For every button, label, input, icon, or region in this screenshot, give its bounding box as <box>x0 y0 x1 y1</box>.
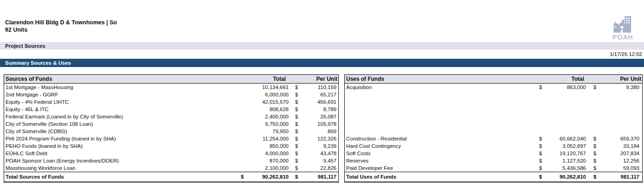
total-value: 863,000 <box>542 84 586 90</box>
sources-total-per-unit-cell: $ 981,117 <box>291 174 338 180</box>
uses-total-row: Total Uses of Funds $ 90,262,810 $ 981,1… <box>345 172 642 181</box>
project-title-block: Clarendon Hill Bldg D & Townhomes | So 9… <box>5 19 123 34</box>
table-row <box>345 91 642 98</box>
per-unit-value: 59,093 <box>596 165 639 171</box>
per-unit-value: 105,978 <box>298 121 337 127</box>
row-per-unit-cell: $ 9,380 <box>590 84 642 90</box>
table-row: Federal Earmark (Loaned in by City of So… <box>4 113 338 120</box>
row-total-cell: $ 863,000 <box>535 84 590 90</box>
sources-of-funds-table: Sources of Funds Total Per Unit 1st Mort… <box>4 74 339 183</box>
per-unit-value: 8,789 <box>298 106 337 112</box>
row-per-unit-cell: $ 207,834 <box>590 150 642 157</box>
row-per-unit-cell: $ 59,093 <box>590 165 642 171</box>
table-row: Paid Developer Fee $ 5,436,586 $ 59,093 <box>345 164 642 172</box>
total-value: 5,436,586 <box>542 165 586 171</box>
row-total-cell: $ 60,662,040 <box>535 135 590 142</box>
per-unit-value: 110,159 <box>298 84 337 90</box>
uses-header-per-unit: Per Unit <box>593 76 641 82</box>
tables-container: Sources of Funds Total Per Unit 1st Mort… <box>4 74 643 183</box>
per-unit-value: 43,478 <box>298 150 337 157</box>
row-total-cell: 870,000 <box>237 157 291 164</box>
uses-header-total: Total <box>539 76 584 82</box>
total-value: 2,400,000 <box>241 113 289 120</box>
table-row: 2nd Mortgage - GGRF 6,000,000 $ 65,217 <box>4 91 338 98</box>
per-unit-value: 659,370 <box>596 135 639 142</box>
row-total-cell: 808,628 <box>237 106 291 112</box>
row-label: PEHO Funds (loaned in by SHA) <box>4 143 237 149</box>
per-unit-value: 122,326 <box>298 135 337 142</box>
table-row: PHI 2024 Program Funding (loaned in by S… <box>4 135 338 142</box>
row-per-unit-cell: $ 26,087 <box>291 113 338 120</box>
row-per-unit-cell: $ 65,217 <box>291 91 338 98</box>
total-value: 9,750,000 <box>241 121 289 127</box>
row-label: PHI 2024 Program Funding (loaned in by S… <box>4 135 237 142</box>
row-per-unit-cell: $ 9,239 <box>291 143 338 149</box>
summary-sources-uses-bar-label: Summary Sources & Uses <box>5 60 71 66</box>
row-per-unit-cell: $ 122,326 <box>291 135 338 142</box>
row-total-cell: 11,254,000 <box>237 135 291 142</box>
sources-total-label: Total Sources of Funds <box>4 174 237 180</box>
per-unit-value: 981,117 <box>298 174 337 180</box>
row-label: Federal Earmark (Loaned in by City of So… <box>4 113 237 120</box>
row-label: Soft Costs <box>345 150 535 157</box>
total-value: 19,120,767 <box>542 150 586 157</box>
per-unit-value: 33,184 <box>596 143 639 149</box>
row-total-cell: 42,015,570 <box>237 99 291 105</box>
table-row <box>345 128 642 135</box>
table-row: City of Somerville (CDBG) 79,950 $ 869 <box>4 128 338 135</box>
per-unit-value: 22,826 <box>298 165 337 171</box>
buildings-icon <box>609 15 636 34</box>
total-value: 1,127,520 <box>542 157 586 164</box>
row-total-cell: $ 19,120,767 <box>535 150 590 157</box>
units-count: 92 Units <box>5 26 123 34</box>
per-unit-value: 12,256 <box>596 157 639 164</box>
total-value: 11,254,000 <box>241 135 289 142</box>
row-total-cell: $ 3,052,897 <box>535 143 590 149</box>
project-sources-bar: Project Sources <box>0 42 644 50</box>
sources-header-per-unit: Per Unit <box>295 76 337 82</box>
row-label: Acquisition <box>345 84 535 90</box>
row-total-cell: 9,750,000 <box>237 121 291 127</box>
total-value: 808,628 <box>241 106 289 112</box>
table-row: City of Somerville (Section 108 Loan) 9,… <box>4 120 338 128</box>
total-value: 850,000 <box>241 143 289 149</box>
row-total-cell: 6,000,000 <box>237 91 291 98</box>
total-value: 90,262,810 <box>542 174 586 180</box>
poah-logo: POAH <box>609 15 636 40</box>
table-row <box>345 106 642 113</box>
row-total-cell: $ 5,436,586 <box>535 165 590 171</box>
sources-table-header-row: Sources of Funds Total Per Unit <box>4 75 338 84</box>
per-unit-value: 869 <box>298 128 337 135</box>
row-per-unit-cell: $ 869 <box>291 128 338 135</box>
summary-sources-uses-bar: Summary Sources & Uses <box>0 59 644 67</box>
table-row: PEHO Funds (loaned in by SHA) 850,000 $ … <box>4 142 338 150</box>
table-row: EOHLC Soft Debt 4,000,000 $ 43,478 <box>4 150 338 157</box>
row-per-unit-cell: $ 43,478 <box>291 150 338 157</box>
row-total-cell: 2,400,000 <box>237 113 291 120</box>
row-total-cell: $ 1,127,520 <box>535 157 590 164</box>
table-row: Equity - 4% Federal LIHTC 42,015,570 $ 4… <box>4 98 338 106</box>
sources-header-total: Total <box>241 76 286 82</box>
row-total-cell: 10,134,661 <box>237 84 291 90</box>
row-per-unit-cell: $ 8,789 <box>291 106 338 112</box>
per-unit-value: 456,691 <box>298 99 337 105</box>
project-sources-bar-label: Project Sources <box>5 43 46 49</box>
total-value: 4,000,000 <box>241 150 289 157</box>
per-unit-value: 207,834 <box>596 150 639 157</box>
row-per-unit-cell: $ 12,256 <box>590 157 642 164</box>
row-per-unit-cell: $ 105,978 <box>291 121 338 127</box>
uses-total-cell: $ 90,262,810 <box>535 174 590 180</box>
row-label: Paid Developer Fee <box>345 165 535 171</box>
summary-sources-uses-page: Clarendon Hill Bldg D & Townhomes | So 9… <box>0 0 644 191</box>
row-per-unit-cell: $ 9,457 <box>291 157 338 164</box>
project-title: Clarendon Hill Bldg D & Townhomes | So <box>5 19 123 26</box>
report-timestamp: 1/17/25 12:02 <box>610 51 642 58</box>
table-row: POAH Sponsor Loan (Energy Incentives/DOE… <box>4 157 338 164</box>
row-per-unit-cell: $ 659,370 <box>590 135 642 142</box>
table-row: Equity - 45L & ITC 808,628 $ 8,789 <box>4 106 338 113</box>
row-label: Reserves <box>345 157 535 164</box>
row-label: Masshousing Workforce Loan <box>4 165 237 171</box>
row-total-cell: 850,000 <box>237 143 291 149</box>
uses-total-label: Total Uses of Funds <box>345 174 535 180</box>
uses-header-label: Uses of Funds <box>345 76 535 82</box>
